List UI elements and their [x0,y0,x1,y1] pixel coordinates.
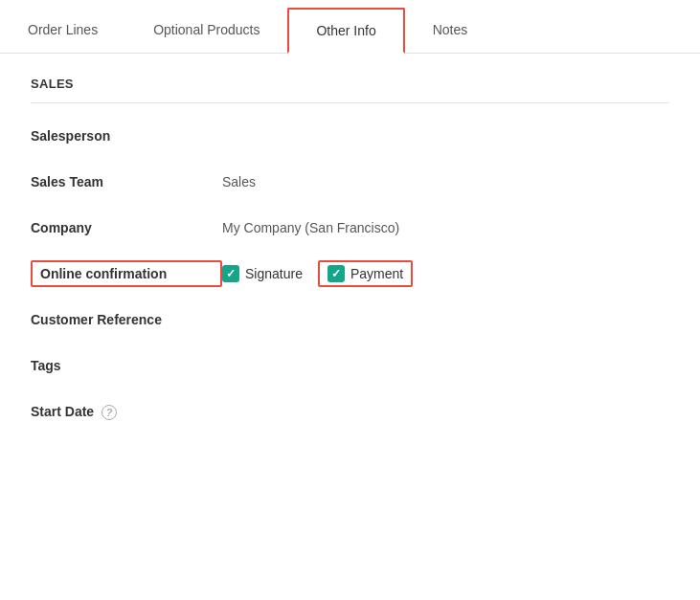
label-tags: Tags [31,358,222,373]
main-content: SALES Salesperson Sales Team Sales Compa… [0,54,700,467]
tabs-bar: Order Lines Optional Products Other Info… [0,0,700,54]
payment-checkbox-icon[interactable] [327,265,345,282]
payment-checkbox-label: Payment [350,266,403,281]
field-row-start-date: Start Date ? [31,398,669,425]
signature-checkbox-icon[interactable] [222,265,239,282]
start-date-help-icon[interactable]: ? [102,405,117,420]
label-company: Company [31,220,222,235]
value-company: My Company (San Francisco) [222,220,399,235]
field-row-online-confirmation: Online confirmation Signature Payment [31,260,669,287]
label-salesperson: Salesperson [31,128,222,144]
field-row-company: Company My Company (San Francisco) [31,214,669,241]
checkbox-group-online-confirmation: Signature Payment [222,260,413,287]
label-start-date: Start Date ? [31,404,222,420]
field-row-customer-reference: Customer Reference [31,306,669,333]
label-sales-team: Sales Team [31,174,222,189]
field-row-sales-team: Sales Team Sales [31,168,669,195]
tab-optional-products[interactable]: Optional Products [125,8,287,54]
section-divider [31,102,669,103]
label-customer-reference: Customer Reference [31,312,222,327]
checkbox-item-signature[interactable]: Signature [222,265,303,282]
tab-notes[interactable]: Notes [405,8,496,54]
value-sales-team: Sales [222,174,256,189]
tab-order-lines[interactable]: Order Lines [0,8,125,54]
field-row-tags: Tags [31,352,669,379]
tab-other-info[interactable]: Other Info [287,8,404,54]
field-row-salesperson: Salesperson [31,122,669,149]
section-title-sales: SALES [31,77,669,91]
checkbox-item-payment[interactable]: Payment [318,260,413,287]
label-online-confirmation: Online confirmation [31,260,222,287]
signature-checkbox-label: Signature [245,266,303,281]
